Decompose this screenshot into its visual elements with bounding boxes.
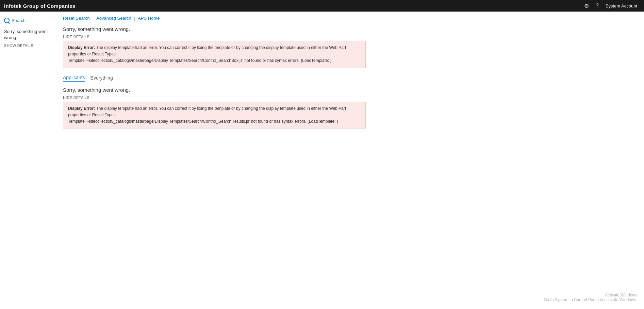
sidebar-search-label: Search	[12, 18, 26, 23]
help-icon[interactable]: ?	[593, 1, 601, 10]
error-template-2: Template '~sitecollection/_catalogs/mast…	[68, 118, 361, 125]
tabs-row: Applicants Everything	[63, 75, 637, 82]
error-heading-2: Sorry, something went wrong.	[63, 87, 637, 93]
error-label-2: Display Error:	[68, 106, 95, 111]
error-heading-1: Sorry, something went wrong.	[63, 26, 637, 32]
error-box-line1: Display Error: The display template had …	[68, 45, 361, 57]
topbar: Infotek Group of Companies ⚙ ? System Ac…	[0, 0, 644, 12]
error-body-2: The display template had an error. You c…	[68, 106, 346, 117]
account-name[interactable]: System Account	[603, 2, 640, 10]
reset-search-link[interactable]: Reset Search	[63, 16, 90, 21]
error-block-2: Sorry, something went wrong. HIDE DETAIL…	[63, 87, 637, 129]
settings-icon[interactable]: ⚙	[581, 1, 592, 11]
main-content: Reset Search | Advanced Search | APS Hom…	[56, 12, 644, 309]
advanced-search-link[interactable]: Advanced Search	[96, 16, 131, 21]
error-block-1: Sorry, something went wrong. HIDE DETAIL…	[63, 26, 637, 68]
separator-2: |	[134, 16, 135, 21]
sidebar-error-text: Sorry, something went wrong.	[0, 26, 56, 44]
error-label-1: Display Error:	[68, 45, 95, 50]
error-box-1: Display Error: The display template had …	[63, 41, 366, 68]
search-icon	[4, 18, 10, 23]
layout: Search Sorry, something went wrong. SHOW…	[0, 12, 644, 309]
sidebar: Search Sorry, something went wrong. SHOW…	[0, 12, 56, 309]
aps-home-link[interactable]: APS Home	[138, 16, 160, 21]
sidebar-search-item[interactable]: Search	[0, 15, 56, 26]
separator-1: |	[93, 16, 94, 21]
tab-everything[interactable]: Everything	[90, 75, 113, 81]
hide-details-1[interactable]: HIDE DETAILS	[63, 35, 89, 39]
error-box-2: Display Error: The display template had …	[63, 102, 366, 129]
hide-details-2[interactable]: HIDE DETAILS	[63, 96, 89, 100]
sidebar-show-details[interactable]: SHOW DETAILS	[0, 44, 56, 50]
search-toolbar: Reset Search | Advanced Search | APS Hom…	[63, 16, 637, 21]
topbar-actions: ⚙ ? System Account	[581, 1, 640, 11]
error-box-line2: Display Error: The display template had …	[68, 105, 361, 118]
error-body-1: The display template had an error. You c…	[68, 45, 346, 56]
company-name: Infotek Group of Companies	[4, 3, 75, 9]
tab-applicants[interactable]: Applicants	[63, 75, 85, 82]
error-template-1: Template '~sitecollection/_catalogs/mast…	[68, 57, 361, 64]
